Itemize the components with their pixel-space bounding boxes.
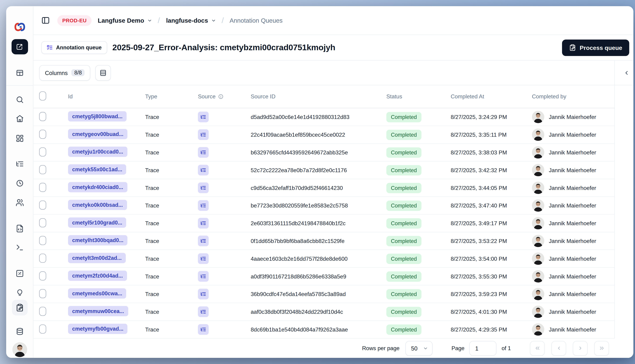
lightbulb-icon: [16, 289, 24, 297]
row-checkbox[interactable]: [39, 236, 46, 245]
row-checkbox[interactable]: [39, 165, 46, 174]
column-header-status: Status: [386, 94, 451, 100]
row-completed-at: 8/27/2025, 3:38:03 PM: [451, 149, 532, 156]
trace-source-link[interactable]: [198, 165, 208, 176]
row-checkbox[interactable]: [39, 218, 46, 227]
row-completed-at: 8/27/2025, 3:54:00 PM: [451, 256, 532, 262]
sidebar-item-tables[interactable]: [16, 69, 24, 77]
chevrons-right-icon: [599, 345, 605, 351]
avatar: [532, 235, 544, 247]
sidebar-item-playground[interactable]: [16, 243, 24, 252]
sidebar-toggle-button[interactable]: [41, 16, 50, 24]
open-external-button[interactable]: [11, 39, 28, 54]
row-id-pill[interactable]: cmetyju1r00ccad0...: [68, 147, 127, 157]
list-tree-icon: [200, 185, 206, 191]
terminal-icon: [16, 243, 24, 252]
last-page-button[interactable]: [594, 341, 609, 356]
list-tree-icon: [200, 132, 206, 138]
trace-source-link[interactable]: [198, 182, 208, 193]
next-page-button[interactable]: [573, 341, 587, 356]
row-id-pill[interactable]: cmetymyfb00gvad...: [68, 324, 128, 334]
table-row: cmetygeov00buad... Trace 22c41f09acae5b1…: [34, 126, 615, 144]
previous-page-button[interactable]: [551, 341, 566, 356]
trace-source-link[interactable]: [198, 218, 208, 228]
desktop-background: PROD-EU Langfuse Demo / langfuse-docs / …: [0, 0, 635, 364]
process-queue-button[interactable]: Process queue: [562, 39, 629, 56]
row-checkbox[interactable]: [39, 183, 46, 192]
page-header: Annotation queue 2025-09-27_Error-Analys…: [34, 35, 633, 60]
row-id-pill[interactable]: cmetym2fz00d4ad...: [68, 270, 127, 281]
row-id-pill[interactable]: cmetygeov00buad...: [68, 129, 128, 139]
select-all-checkbox[interactable]: [39, 91, 46, 100]
row-checkbox[interactable]: [39, 130, 46, 138]
trace-source-link[interactable]: [198, 289, 208, 299]
sidebar-item-prompts[interactable]: [16, 224, 24, 233]
trace-source-link[interactable]: [198, 306, 208, 317]
trace-source-link[interactable]: [198, 324, 208, 335]
row-id-pill[interactable]: cmetylht300bqad0...: [68, 235, 128, 246]
first-page-button[interactable]: [530, 341, 545, 356]
trace-source-link[interactable]: [198, 253, 208, 264]
list-tree-icon: [200, 114, 206, 120]
page-title: 2025-09-27_Error-Analysis: cmetybzmi00cr…: [112, 43, 335, 52]
row-id-pill[interactable]: cmetyk55x00c1ad...: [68, 164, 126, 174]
row-checkbox[interactable]: [39, 147, 46, 156]
row-id-pill[interactable]: cmetykdr400ciad0...: [68, 182, 127, 192]
status-badge: Completed: [386, 112, 421, 122]
row-checkbox[interactable]: [39, 112, 46, 121]
row-id-pill[interactable]: cmetyg5j800bwad...: [68, 111, 127, 122]
queue-type-label: Annotation queue: [56, 44, 102, 50]
sidebar-item-home[interactable]: [16, 114, 24, 123]
row-checkbox[interactable]: [39, 271, 46, 280]
home-icon: [16, 114, 24, 123]
row-id-pill[interactable]: cmetymmuw00cea...: [68, 306, 128, 316]
row-checkbox[interactable]: [39, 200, 46, 210]
row-id-pill[interactable]: cmetyko0k00bsad...: [68, 200, 127, 210]
sidebar-item-insights[interactable]: [16, 289, 24, 297]
row-completed-at: 8/27/2025, 3:44:05 PM: [451, 185, 532, 191]
row-checkbox[interactable]: [39, 289, 46, 298]
trace-source-link[interactable]: [198, 112, 208, 122]
column-header-type: Type: [145, 94, 198, 100]
trace-source-link[interactable]: [198, 236, 208, 246]
row-checkbox[interactable]: [39, 254, 46, 263]
table-row: cmetym2fz00d4ad... Trace a0df3f901167218…: [34, 268, 615, 286]
sidebar-item-datasets[interactable]: [16, 328, 24, 336]
row-source-id: be7723e30d8020559fe1e8583e2c5758: [251, 202, 386, 208]
sidebar-item-traces[interactable]: [16, 160, 24, 168]
chevron-right-icon: [577, 345, 583, 351]
row-id-pill[interactable]: cmetylt3m00d2ad...: [68, 253, 126, 263]
collapse-panel-button[interactable]: [623, 70, 629, 76]
status-badge: Completed: [386, 254, 421, 264]
sidebar-item-evaluation[interactable]: [16, 269, 24, 278]
trace-source-link[interactable]: [198, 271, 208, 282]
user-avatar-menu[interactable]: [12, 342, 27, 357]
row-source-id: 0f1dd65b7bb9bf6ba8a6cbb82c1529fe: [251, 238, 386, 244]
sidebar-item-search[interactable]: [16, 96, 24, 104]
chevron-left-icon: [556, 345, 562, 351]
sidebar-item-users[interactable]: [16, 198, 24, 207]
row-id-pill[interactable]: cmetyl5r100grad0...: [68, 218, 126, 228]
row-height-button[interactable]: [95, 65, 111, 80]
trace-source-link[interactable]: [198, 129, 208, 140]
process-queue-label: Process queue: [580, 44, 622, 51]
rows-per-page-select[interactable]: 50: [405, 341, 433, 356]
org-selector[interactable]: Langfuse Demo: [98, 17, 152, 24]
row-checkbox[interactable]: [39, 324, 46, 334]
project-selector[interactable]: langfuse-docs: [166, 17, 216, 24]
row-id-pill[interactable]: cmetymeds00cwa...: [68, 288, 126, 299]
columns-button[interactable]: Columns 8/8: [39, 65, 90, 80]
sidebar-item-sessions[interactable]: [16, 179, 24, 188]
row-type: Trace: [145, 291, 198, 297]
page-number-input[interactable]: [470, 341, 497, 356]
row-source-id: c9d56ca32efaff1b70d9d52f46614230: [251, 185, 386, 191]
row-source-id: 52c72c2222ea78e0b7a72d8f2e0c1176: [251, 167, 386, 173]
row-checkbox[interactable]: [39, 306, 46, 316]
trace-source-link[interactable]: [198, 200, 208, 211]
trace-source-link[interactable]: [198, 147, 208, 158]
sidebar-item-annotation-queues[interactable]: [12, 300, 28, 316]
sidebar-item-dashboards[interactable]: [16, 134, 24, 142]
info-icon[interactable]: [218, 94, 224, 99]
row-completed-by: Jannik Maierhoefer: [549, 273, 596, 279]
workspace-logo: [14, 22, 25, 32]
